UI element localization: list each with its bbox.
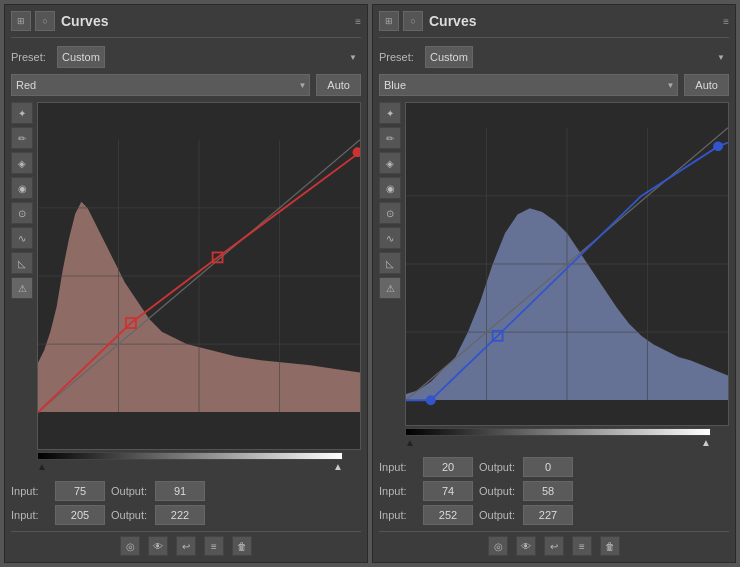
input-value-red-2[interactable] [55,505,105,525]
tool-pointer-blue[interactable]: ✦ [379,102,401,124]
bottom-btn-target-blue[interactable]: ◎ [488,536,508,556]
output-value-blue-2[interactable] [523,481,573,501]
svg-line-7 [38,140,360,412]
preset-select-wrapper-red: Custom [57,46,361,68]
tool-corner-red[interactable]: ◺ [11,252,33,274]
preset-select-wrapper-blue: Custom [425,46,729,68]
tools-sidebar-blue: ✦ ✏ ◈ ◉ ⊙ ∿ ◺ ⚠ [379,102,401,426]
control-point-1-red[interactable] [126,318,136,328]
panel-title-red: Curves [61,13,108,29]
input-value-red-1[interactable] [55,481,105,501]
panel-blue-header: ⊞ ○ Curves ≡ [379,11,729,38]
input-row-red-2: Input: Output: [11,505,361,525]
panel-red-header: ⊞ ○ Curves ≡ [11,11,361,38]
channel-select-wrapper-blue: Blue [379,74,678,96]
control-point-3-blue[interactable] [713,141,723,151]
input-label-blue-2: Input: [379,485,417,497]
tool-warning-red[interactable]: ⚠ [11,277,33,299]
auto-button-red[interactable]: Auto [316,74,361,96]
header-arrows-red: ≡ [355,16,361,27]
graph-container-red[interactable] [37,102,361,450]
output-value-blue-1[interactable] [523,457,573,477]
tool-sample1-blue[interactable]: ◈ [379,152,401,174]
curves-svg-blue [406,103,728,425]
tool-corner-blue[interactable]: ◺ [379,252,401,274]
tool-sample2-red[interactable]: ◉ [11,177,33,199]
bottom-btn-target-red[interactable]: ◎ [120,536,140,556]
preset-select-red[interactable]: Custom [57,46,105,68]
output-value-red-1[interactable] [155,481,205,501]
control-point-2-blue[interactable] [493,331,503,341]
tool-curve-blue[interactable]: ∿ [379,227,401,249]
output-label-blue-2: Output: [479,485,517,497]
preset-select-blue[interactable]: Custom [425,46,473,68]
bottom-btn-reset-red[interactable]: ↩ [176,536,196,556]
panel-menu-blue[interactable]: ≡ [723,16,729,27]
tool-sample3-red[interactable]: ⊙ [11,202,33,224]
gradient-bar-bottom-blue [405,428,711,436]
control-point-1-blue[interactable] [426,395,436,405]
bottom-btn-eye-red[interactable]: 👁 [148,536,168,556]
curves-area-blue: ✦ ✏ ◈ ◉ ⊙ ∿ ◺ ⚠ [379,102,729,426]
input-value-blue-3[interactable] [423,505,473,525]
preset-label-blue: Preset: [379,51,419,63]
panel-title-blue: Curves [429,13,476,29]
input-value-blue-2[interactable] [423,481,473,501]
bottom-btn-eye-blue[interactable]: 👁 [516,536,536,556]
channel-select-wrapper-red: Red [11,74,310,96]
mask-icon-red[interactable]: ○ [35,11,55,31]
bottom-btn-menu-red[interactable]: ≡ [204,536,224,556]
bottom-btn-trash-blue[interactable]: 🗑 [600,536,620,556]
adjustment-icon-red[interactable]: ⊞ [11,11,31,31]
black-point-blue[interactable]: ▲ [405,437,415,448]
svg-rect-8 [406,128,728,400]
tool-curve-red[interactable]: ∿ [11,227,33,249]
panel-blue: ⊞ ○ Curves ≡ Preset: Custom Blue Auto [372,4,736,563]
tool-warning-blue[interactable]: ⚠ [379,277,401,299]
histogram-path-red [38,202,360,413]
bottom-btn-trash-red[interactable]: 🗑 [232,536,252,556]
input-rows-red: Input: Output: Input: Output: [11,481,361,525]
input-label-red-2: Input: [11,509,49,521]
tool-sample1-red[interactable]: ◈ [11,152,33,174]
panel-menu-red[interactable]: ≡ [355,16,361,27]
header-icons-blue: ⊞ ○ [379,11,423,31]
input-row-blue-1: Input: Output: [379,457,729,477]
tool-pointer-red[interactable]: ✦ [11,102,33,124]
channel-select-blue[interactable]: Blue [379,74,678,96]
output-value-red-2[interactable] [155,505,205,525]
channel-row-blue: Blue Auto [379,74,729,96]
svg-rect-0 [38,140,360,412]
mask-icon-blue[interactable]: ○ [403,11,423,31]
preset-label-red: Preset: [11,51,51,63]
tool-pencil-blue[interactable]: ✏ [379,127,401,149]
control-point-2-red[interactable] [213,252,223,262]
tool-sample3-blue[interactable]: ⊙ [379,202,401,224]
input-label-blue-3: Input: [379,509,417,521]
output-value-blue-3[interactable] [523,505,573,525]
output-label-blue-3: Output: [479,509,517,521]
bottom-btn-reset-blue[interactable]: ↩ [544,536,564,556]
white-point-blue[interactable]: ▲ [701,437,711,448]
bottom-toolbar-blue: ◎ 👁 ↩ ≡ 🗑 [379,531,729,556]
black-point-red[interactable]: ▲ [37,461,47,472]
output-label-red-2: Output: [111,509,149,521]
adjustment-icon-blue[interactable]: ⊞ [379,11,399,31]
graph-container-blue[interactable] [405,102,729,426]
panel-red: ⊞ ○ Curves ≡ Preset: Custom Red Auto [4,4,368,563]
curves-area-red: ✦ ✏ ◈ ◉ ⊙ ∿ ◺ ⚠ [11,102,361,450]
curves-svg-red [38,103,360,449]
auto-button-blue[interactable]: Auto [684,74,729,96]
input-value-blue-1[interactable] [423,457,473,477]
input-row-red-1: Input: Output: [11,481,361,501]
channel-select-red[interactable]: Red [11,74,310,96]
white-point-red[interactable]: ▲ [333,461,343,472]
control-point-3-red[interactable] [353,147,360,157]
blue-curve [406,143,728,401]
tool-sample2-blue[interactable]: ◉ [379,177,401,199]
tool-pencil-red[interactable]: ✏ [11,127,33,149]
histogram-path-blue [406,208,728,400]
red-curve [38,152,360,412]
bottom-btn-menu-blue[interactable]: ≡ [572,536,592,556]
input-rows-blue: Input: Output: Input: Output: Input: Out… [379,457,729,525]
